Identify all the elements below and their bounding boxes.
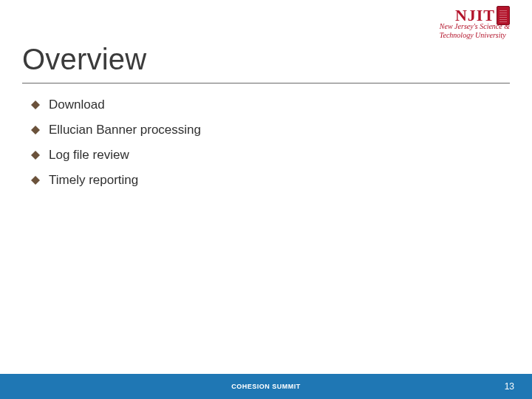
list-item: Log file review bbox=[31, 148, 502, 163]
page-title: Overview bbox=[22, 43, 510, 76]
diamond-bullet-icon bbox=[31, 176, 40, 185]
title-block: Overview bbox=[22, 43, 510, 76]
bullet-list: Download Ellucian Banner processing Log … bbox=[31, 98, 502, 198]
list-item-label: Download bbox=[49, 98, 105, 112]
list-item-label: Ellucian Banner processing bbox=[49, 123, 201, 137]
logo-tagline-line1: New Jersey's Science & bbox=[440, 22, 510, 31]
list-item-label: Log file review bbox=[49, 148, 129, 163]
list-item: Download bbox=[31, 98, 502, 112]
page-number: 13 bbox=[505, 381, 514, 392]
slide: NJIT New Jersey's Science & Technology U… bbox=[0, 0, 532, 399]
diamond-bullet-icon bbox=[31, 126, 40, 134]
list-item-label: Timely reporting bbox=[49, 173, 138, 188]
title-divider bbox=[22, 83, 510, 83]
list-item: Timely reporting bbox=[31, 173, 502, 188]
logo-tagline-line2: Technology University bbox=[440, 31, 510, 40]
logo-tagline: New Jersey's Science & Technology Univer… bbox=[440, 22, 510, 39]
footer-bar: COHESION SUMMIT 13 bbox=[0, 374, 532, 399]
diamond-bullet-icon bbox=[31, 100, 40, 109]
footer-center-label: COHESION SUMMIT bbox=[231, 383, 301, 390]
list-item: Ellucian Banner processing bbox=[31, 123, 502, 137]
diamond-bullet-icon bbox=[31, 151, 40, 160]
